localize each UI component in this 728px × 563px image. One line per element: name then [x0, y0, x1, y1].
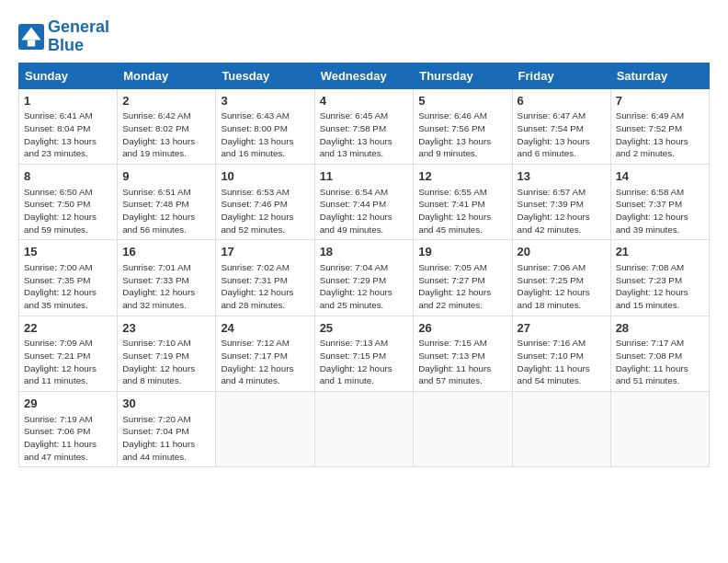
- day-info: Sunrise: 7:12 AM Sunset: 7:17 PM Dayligh…: [221, 337, 309, 387]
- calendar-day-2: 2Sunrise: 6:42 AM Sunset: 8:02 PM Daylig…: [118, 88, 216, 164]
- day-info: Sunrise: 7:05 AM Sunset: 7:27 PM Dayligh…: [418, 261, 506, 312]
- day-number: 2: [122, 93, 210, 109]
- day-info: Sunrise: 7:19 AM Sunset: 7:06 PM Dayligh…: [24, 413, 112, 464]
- day-number: 10: [221, 168, 309, 185]
- calendar-day-1: 1Sunrise: 6:41 AM Sunset: 8:04 PM Daylig…: [19, 88, 118, 164]
- calendar-week-row: 29Sunrise: 7:19 AM Sunset: 7:06 PM Dayli…: [19, 392, 710, 467]
- day-header-saturday: Saturday: [610, 63, 709, 88]
- day-number: 29: [24, 396, 112, 412]
- day-info: Sunrise: 6:41 AM Sunset: 8:04 PM Dayligh…: [24, 109, 112, 160]
- day-info: Sunrise: 7:09 AM Sunset: 7:21 PM Dayligh…: [24, 337, 112, 387]
- calendar-day-13: 13Sunrise: 6:57 AM Sunset: 7:39 PM Dayli…: [512, 164, 610, 239]
- calendar-day-empty: [512, 392, 610, 467]
- day-number: 28: [616, 320, 704, 337]
- calendar-day-3: 3Sunrise: 6:43 AM Sunset: 8:00 PM Daylig…: [216, 88, 314, 164]
- logo-general: General: [48, 17, 109, 36]
- day-number: 22: [24, 320, 112, 337]
- day-info: Sunrise: 6:54 AM Sunset: 7:44 PM Dayligh…: [320, 186, 409, 236]
- day-number: 3: [221, 93, 309, 109]
- day-info: Sunrise: 6:43 AM Sunset: 8:00 PM Dayligh…: [221, 109, 309, 160]
- calendar-day-26: 26Sunrise: 7:15 AM Sunset: 7:13 PM Dayli…: [414, 316, 512, 391]
- day-info: Sunrise: 6:45 AM Sunset: 7:58 PM Dayligh…: [320, 109, 409, 160]
- day-number: 27: [518, 320, 606, 337]
- day-header-sunday: Sunday: [19, 63, 118, 88]
- calendar-day-9: 9Sunrise: 6:51 AM Sunset: 7:48 PM Daylig…: [118, 164, 216, 239]
- calendar-table: SundayMondayTuesdayWednesdayThursdayFrid…: [18, 63, 710, 468]
- day-number: 12: [418, 168, 506, 185]
- day-number: 30: [122, 396, 210, 412]
- calendar-day-14: 14Sunrise: 6:58 AM Sunset: 7:37 PM Dayli…: [610, 164, 709, 239]
- day-info: Sunrise: 6:42 AM Sunset: 8:02 PM Dayligh…: [122, 109, 210, 160]
- day-info: Sunrise: 7:10 AM Sunset: 7:19 PM Dayligh…: [122, 337, 210, 387]
- day-number: 7: [616, 93, 704, 109]
- day-info: Sunrise: 7:04 AM Sunset: 7:29 PM Dayligh…: [320, 261, 409, 312]
- day-info: Sunrise: 6:50 AM Sunset: 7:50 PM Dayligh…: [24, 186, 112, 236]
- day-info: Sunrise: 6:49 AM Sunset: 7:52 PM Dayligh…: [616, 109, 704, 160]
- day-info: Sunrise: 7:02 AM Sunset: 7:31 PM Dayligh…: [221, 261, 309, 312]
- logo-blue: Blue: [48, 36, 84, 54]
- calendar-day-10: 10Sunrise: 6:53 AM Sunset: 7:46 PM Dayli…: [216, 164, 314, 239]
- day-info: Sunrise: 6:47 AM Sunset: 7:54 PM Dayligh…: [518, 109, 606, 160]
- logo-icon: [18, 24, 44, 50]
- day-number: 21: [616, 244, 704, 260]
- day-info: Sunrise: 6:46 AM Sunset: 7:56 PM Dayligh…: [418, 109, 506, 160]
- calendar-day-19: 19Sunrise: 7:05 AM Sunset: 7:27 PM Dayli…: [414, 240, 512, 316]
- calendar-header-row: SundayMondayTuesdayWednesdayThursdayFrid…: [19, 63, 710, 88]
- day-number: 19: [418, 244, 506, 260]
- logo: General Blue: [18, 18, 109, 55]
- calendar-day-empty: [216, 392, 314, 467]
- day-header-friday: Friday: [512, 63, 610, 88]
- calendar-day-18: 18Sunrise: 7:04 AM Sunset: 7:29 PM Dayli…: [314, 240, 414, 316]
- day-number: 17: [221, 244, 309, 260]
- day-info: Sunrise: 6:51 AM Sunset: 7:48 PM Dayligh…: [122, 186, 210, 236]
- calendar-day-25: 25Sunrise: 7:13 AM Sunset: 7:15 PM Dayli…: [314, 316, 414, 391]
- day-number: 25: [320, 320, 409, 337]
- day-number: 6: [518, 93, 606, 109]
- day-info: Sunrise: 7:17 AM Sunset: 7:08 PM Dayligh…: [616, 337, 704, 387]
- day-number: 14: [616, 168, 704, 185]
- day-info: Sunrise: 7:06 AM Sunset: 7:25 PM Dayligh…: [518, 261, 606, 312]
- calendar-day-20: 20Sunrise: 7:06 AM Sunset: 7:25 PM Dayli…: [512, 240, 610, 316]
- calendar-day-28: 28Sunrise: 7:17 AM Sunset: 7:08 PM Dayli…: [610, 316, 709, 391]
- day-number: 9: [122, 168, 210, 185]
- calendar-day-5: 5Sunrise: 6:46 AM Sunset: 7:56 PM Daylig…: [414, 88, 512, 164]
- day-number: 4: [320, 93, 409, 109]
- calendar-day-empty: [414, 392, 512, 467]
- day-header-tuesday: Tuesday: [216, 63, 314, 88]
- day-info: Sunrise: 7:16 AM Sunset: 7:10 PM Dayligh…: [518, 337, 606, 387]
- day-header-monday: Monday: [118, 63, 216, 88]
- day-info: Sunrise: 7:01 AM Sunset: 7:33 PM Dayligh…: [122, 261, 210, 312]
- day-number: 15: [24, 244, 112, 260]
- calendar-week-row: 1Sunrise: 6:41 AM Sunset: 8:04 PM Daylig…: [19, 88, 710, 164]
- day-info: Sunrise: 6:58 AM Sunset: 7:37 PM Dayligh…: [616, 186, 704, 236]
- calendar-day-4: 4Sunrise: 6:45 AM Sunset: 7:58 PM Daylig…: [314, 88, 414, 164]
- calendar-day-empty: [314, 392, 414, 467]
- day-info: Sunrise: 7:08 AM Sunset: 7:23 PM Dayligh…: [616, 261, 704, 312]
- calendar-day-15: 15Sunrise: 7:00 AM Sunset: 7:35 PM Dayli…: [19, 240, 118, 316]
- calendar-day-11: 11Sunrise: 6:54 AM Sunset: 7:44 PM Dayli…: [314, 164, 414, 239]
- page-container: General Blue SundayMondayTuesdayWednesda…: [0, 0, 728, 477]
- calendar-day-27: 27Sunrise: 7:16 AM Sunset: 7:10 PM Dayli…: [512, 316, 610, 391]
- day-header-thursday: Thursday: [414, 63, 512, 88]
- day-header-wednesday: Wednesday: [314, 63, 414, 88]
- day-number: 26: [418, 320, 506, 337]
- svg-rect-2: [28, 40, 35, 46]
- calendar-day-30: 30Sunrise: 7:20 AM Sunset: 7:04 PM Dayli…: [118, 392, 216, 467]
- calendar-day-12: 12Sunrise: 6:55 AM Sunset: 7:41 PM Dayli…: [414, 164, 512, 239]
- day-number: 24: [221, 320, 309, 337]
- day-number: 18: [320, 244, 409, 260]
- calendar-day-22: 22Sunrise: 7:09 AM Sunset: 7:21 PM Dayli…: [19, 316, 118, 391]
- day-info: Sunrise: 6:57 AM Sunset: 7:39 PM Dayligh…: [518, 186, 606, 236]
- day-number: 1: [24, 93, 112, 109]
- calendar-day-23: 23Sunrise: 7:10 AM Sunset: 7:19 PM Dayli…: [118, 316, 216, 391]
- calendar-day-21: 21Sunrise: 7:08 AM Sunset: 7:23 PM Dayli…: [610, 240, 709, 316]
- day-number: 13: [518, 168, 606, 185]
- day-number: 20: [518, 244, 606, 260]
- calendar-day-8: 8Sunrise: 6:50 AM Sunset: 7:50 PM Daylig…: [19, 164, 118, 239]
- day-info: Sunrise: 6:55 AM Sunset: 7:41 PM Dayligh…: [418, 186, 506, 236]
- calendar-day-7: 7Sunrise: 6:49 AM Sunset: 7:52 PM Daylig…: [610, 88, 709, 164]
- calendar-day-24: 24Sunrise: 7:12 AM Sunset: 7:17 PM Dayli…: [216, 316, 314, 391]
- calendar-day-16: 16Sunrise: 7:01 AM Sunset: 7:33 PM Dayli…: [118, 240, 216, 316]
- day-info: Sunrise: 6:53 AM Sunset: 7:46 PM Dayligh…: [221, 186, 309, 236]
- calendar-week-row: 22Sunrise: 7:09 AM Sunset: 7:21 PM Dayli…: [19, 316, 710, 391]
